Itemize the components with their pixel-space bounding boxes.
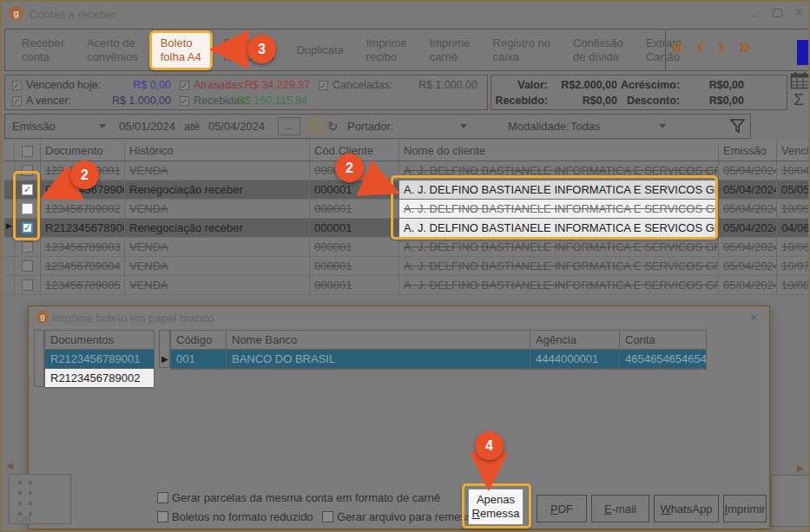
current-row-marker: ▶ — [4, 219, 15, 237]
document-item[interactable]: R2123456789001 — [45, 350, 154, 369]
legend-panel: List — [9, 474, 71, 524]
select-all-checkbox[interactable] — [22, 146, 33, 157]
table-row[interactable]: 123456789005 VENDA 000001 A. J. DELFINO … — [4, 276, 810, 295]
dialog-close-icon[interactable]: × — [750, 310, 758, 325]
col-vencimento[interactable]: Vencimento — [777, 141, 810, 161]
maximize-button[interactable] — [773, 9, 782, 17]
toolbar-receber-conta[interactable]: Receberconta — [10, 36, 76, 64]
recebidas-checkbox[interactable]: ✓ — [180, 96, 189, 106]
valor-label: Valor: — [494, 79, 548, 91]
date-from-field[interactable]: 05/01/2024 — [119, 120, 175, 133]
whatsapp-button[interactable]: WhatsApp — [654, 495, 719, 522]
row-checkbox[interactable] — [22, 203, 33, 214]
atrasadas-checkbox[interactable]: ✓ — [180, 81, 189, 90]
table-row[interactable]: 123456789002 VENDA 000001 A. J. DELFINO … — [4, 200, 810, 219]
hscroll-left-icon[interactable]: ◀ — [6, 460, 13, 471]
vencendo-checkbox[interactable]: ✓ — [12, 81, 22, 90]
dialog-logo-icon: g — [36, 311, 49, 323]
toolbar-confissao-divida[interactable]: Confissãode dívida — [562, 36, 635, 64]
print-boleto-dialog: g Imprime boleto em papel branco × Docum… — [29, 306, 769, 529]
save-filter-icon[interactable] — [307, 117, 323, 135]
dialog-title: Imprime boleto em papel branco — [52, 312, 214, 325]
sum-sigma-icon[interactable]: Σ — [794, 90, 804, 109]
toolbar-acerto-convenios[interactable]: Acerto deconvênios — [76, 36, 149, 64]
col-emissao[interactable]: Emissão — [719, 141, 777, 161]
col-codigo: Código — [171, 331, 227, 349]
main-titlebar: g Contas a receber – × — [2, 2, 808, 26]
blue-indicator — [797, 40, 808, 65]
recebido-label: Recebido: — [494, 95, 548, 107]
row-checkbox[interactable]: ✓ — [22, 222, 33, 233]
row-checkbox[interactable] — [22, 260, 33, 272]
recebido-value: R$0,00 — [551, 95, 617, 107]
col-agencia: Agência — [530, 331, 620, 349]
bank-marker-column: ▶ — [159, 330, 170, 368]
reduced-format-label: Boletos no formato reduzido — [172, 510, 313, 523]
pdf-button[interactable]: PDF — [537, 495, 587, 522]
toolbar-boleto-folha-a4[interactable]: Boletofolha A4 — [149, 30, 213, 70]
remessa-file-label: Gerar arquivo para remessa — [337, 510, 478, 523]
canceladas-label: Canceladas: — [333, 79, 393, 91]
col-historico[interactable]: Histórico — [125, 141, 310, 161]
calendar-icon[interactable] — [790, 71, 810, 89]
app-logo-icon: g — [9, 6, 23, 21]
desconto-label: Desconto: — [621, 95, 680, 107]
table-row[interactable]: 123456789003 VENDA 000001 A. J. DELFINO … — [4, 238, 810, 257]
toolbar-duplicata[interactable]: Duplicata — [285, 43, 354, 57]
portador-label: Portador: — [347, 120, 393, 133]
nav-next-icon[interactable]: › — [717, 33, 725, 60]
hscroll-right-icon[interactable]: ▶ — [797, 463, 804, 474]
date-more-button[interactable]: ... — [278, 117, 300, 135]
document-item[interactable]: R2123456789002 — [45, 369, 154, 388]
refresh-icon[interactable]: ↻ — [327, 119, 339, 135]
portador-chevron-icon[interactable] — [460, 124, 467, 128]
nav-prev-icon[interactable]: ‹ — [696, 33, 704, 60]
table-row[interactable]: ▶ ✓ R2123456789002 Renegociação receber … — [4, 219, 810, 238]
nav-first-icon[interactable]: « — [670, 33, 683, 60]
nav-last-icon[interactable]: » — [738, 33, 751, 60]
close-button[interactable]: × — [795, 6, 802, 18]
bank-row[interactable]: 001 BANCO DO BRASIL 4444000001 465465465… — [171, 350, 706, 369]
col-documento[interactable]: Documento — [41, 141, 125, 161]
row-checkbox[interactable] — [22, 241, 33, 253]
imprimir-button[interactable]: Imprimir — [723, 495, 767, 522]
row-checkbox[interactable]: ✓ — [22, 184, 33, 195]
toolbar-imprime-carne[interactable]: Imprimecarnê — [418, 36, 482, 64]
bank-table: Código Nome Banco Agência Conta 001 BANC… — [170, 330, 707, 370]
filter-funnel-icon[interactable] — [729, 118, 747, 135]
table-row[interactable]: 123456789001 VENDA 000001 A. J. DELFINO … — [4, 161, 810, 181]
toolbar-registro-caixa[interactable]: Registro nocaixa — [482, 36, 562, 64]
row-checkbox[interactable] — [22, 279, 33, 291]
reduced-format-checkbox[interactable] — [157, 511, 168, 522]
minimize-button[interactable]: – — [750, 9, 757, 21]
filter-field-select[interactable]: Emissão — [12, 120, 56, 133]
avencer-checkbox[interactable]: ✓ — [12, 96, 22, 106]
bank-row-marker: ▶ — [161, 354, 168, 364]
email-button[interactable]: E-mail — [591, 495, 649, 522]
date-to-field[interactable]: 05/04/2024 — [208, 120, 265, 133]
col-nome-banco: Nome Banco — [227, 331, 530, 349]
desconto-value: R$0,00 — [682, 95, 744, 107]
table-row[interactable]: ✓ R2123456789001 Renegociação receber 00… — [4, 181, 810, 200]
recebidas-value: R$ 160.115,84 — [210, 95, 307, 107]
modalidade-chevron-icon[interactable] — [659, 124, 666, 128]
table-row[interactable]: 123456789004 VENDA 000001 A. J. DELFINO … — [4, 257, 810, 276]
row-checkbox[interactable] — [22, 165, 33, 176]
apenas-remessa-button[interactable]: Apenas Remessa — [468, 489, 524, 525]
col-nome-cliente[interactable]: Nome do cliente — [399, 141, 719, 161]
date-between-label: até — [184, 120, 200, 133]
toolbar-imprime-recibo[interactable]: Imprimerecibo — [355, 36, 418, 64]
step-2-badge: 2 — [70, 161, 99, 189]
vencendo-label: Vencendo hoje: — [26, 79, 101, 91]
step-4-badge: 4 — [475, 431, 504, 460]
canceladas-value: R$ 1.000,00 — [397, 79, 477, 91]
window-title: Contas a receber — [30, 8, 116, 21]
canceladas-checkbox[interactable]: ✓ — [319, 81, 328, 90]
chevron-down-icon[interactable] — [99, 124, 106, 128]
remessa-file-checkbox[interactable] — [322, 511, 333, 522]
carne-format-label: Gerar parcelas da mesma conta em formato… — [172, 491, 440, 504]
documents-list: Documentos R2123456789001 R2123456789002 — [44, 330, 155, 387]
col-conta: Conta — [620, 331, 706, 349]
modalidade-select[interactable]: Todas — [570, 120, 601, 133]
carne-format-checkbox[interactable] — [157, 492, 168, 503]
